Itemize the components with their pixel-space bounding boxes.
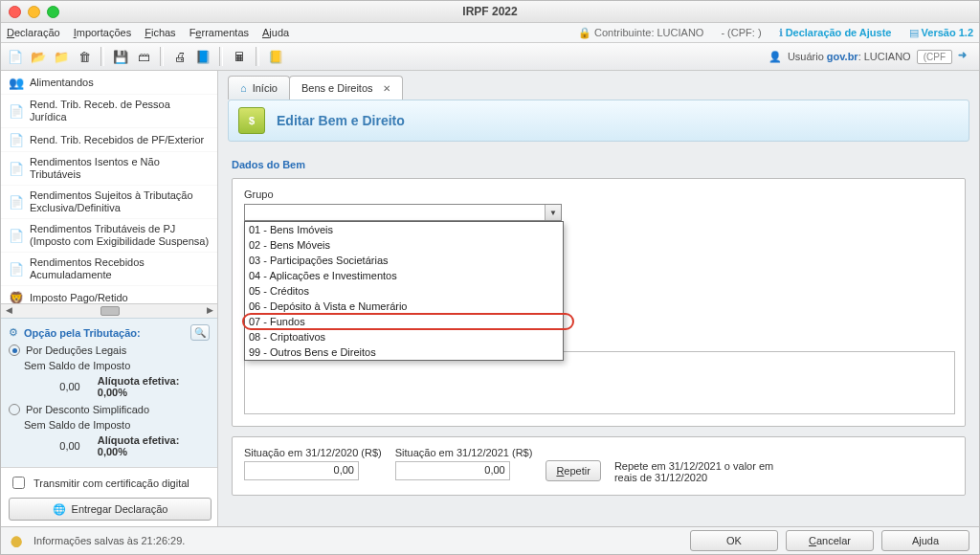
tab-bens[interactable]: Bens e Direitos✕	[289, 76, 403, 100]
opt-deducoes-label: Por Deduções Legais	[26, 344, 126, 356]
grupo-option-8[interactable]: 99 - Outros Bens e Direitos	[245, 344, 563, 360]
sidebar-item-icon: 📄	[9, 132, 24, 147]
sidebar-item-label: Rendimentos Isentos e Não Tributáveis	[30, 156, 210, 181]
scroll-left-icon[interactable]: ◀	[3, 305, 14, 317]
sidebar-item-label: Rend. Trib. Receb. de Pessoa Jurídica	[30, 99, 210, 123]
next-arrow-icon[interactable]: ➜	[958, 49, 973, 64]
transmit-checkbox[interactable]: Transmitir com certificação digital	[9, 474, 210, 492]
aliquota-1: Alíquota efetiva: 0,00%	[98, 375, 210, 398]
trash-icon[interactable]: 🗑	[76, 48, 93, 65]
grupo-option-7[interactable]: 08 - Criptoativos	[245, 329, 563, 344]
menu-importacoes[interactable]: Importações	[74, 27, 132, 38]
zoom-icon[interactable]: 🔍	[190, 324, 210, 341]
calculator-icon[interactable]: 🖩	[231, 48, 248, 65]
sidebar-item-label: Rendimentos Tributáveis de PJ (Imposto c…	[30, 223, 210, 248]
opt-simplificado-label: Por Desconto Simplificado	[26, 404, 149, 415]
gear-icon: ⚙	[9, 326, 18, 339]
tab-bens-label: Bens e Direitos	[301, 82, 373, 94]
footer: ⬤ Informações salvas às 21:26:29. OK Can…	[1, 526, 979, 554]
print-icon[interactable]: 🖨	[171, 48, 189, 65]
situacao-box: Situação em 31/12/2020 (R$) 0,00 Situaçã…	[232, 436, 966, 496]
status-info: Informações salvas às 21:26:29.	[33, 535, 185, 546]
deliver-button-label: Entregar Declaração	[72, 503, 168, 515]
send-icon[interactable]: 📘	[194, 48, 212, 65]
chevron-down-icon[interactable]: ▼	[545, 205, 561, 220]
transmit-checkbox-label: Transmitir com certificação digital	[33, 477, 189, 489]
sidebar-item-3[interactable]: 📄Rendimentos Isentos e Não Tributáveis	[1, 152, 217, 186]
declaracao-type: ℹ Declaração de Ajuste	[779, 27, 892, 39]
menu-ajuda[interactable]: Ajuda	[262, 27, 289, 38]
user-icon: 👤	[768, 51, 782, 63]
valor-1: 0,00	[24, 381, 80, 392]
cpf-box: (CPF	[917, 50, 952, 64]
sidebar-item-5[interactable]: 📄Rendimentos Tributáveis de PJ (Imposto …	[1, 219, 217, 253]
open-folder-alt-icon[interactable]: 📁	[53, 48, 70, 65]
grupo-option-6[interactable]: 07 - Fundos	[245, 314, 563, 329]
grupo-combobox[interactable]: ▼ 01 - Bens Imóveis02 - Bens Móveis03 - …	[244, 204, 562, 221]
grupo-dropdown: 01 - Bens Imóveis02 - Bens Móveis03 - Pa…	[244, 221, 564, 361]
form-box: Grupo ▼ 01 - Bens Imóveis02 - Bens Móvei…	[232, 178, 966, 427]
sidebar-item-icon: 📄	[9, 261, 24, 277]
grupo-label: Grupo	[244, 189, 953, 200]
repetir-button[interactable]: Repetir	[546, 460, 600, 481]
sidebar-item-label: Rendimentos Recebidos Acumuladamente	[30, 256, 210, 281]
grupo-option-3[interactable]: 04 - Aplicações e Investimentos	[245, 268, 563, 283]
validate-icon[interactable]: 📒	[267, 48, 284, 65]
radio-simplificado[interactable]	[9, 404, 20, 415]
grupo-option-1[interactable]: 02 - Bens Móveis	[245, 237, 563, 253]
sidebar-item-7[interactable]: 🦁Imposto Pago/Retido	[1, 286, 217, 303]
deliver-button[interactable]: 🌐Entregar Declaração	[9, 498, 212, 521]
new-icon[interactable]: 📄	[7, 48, 24, 65]
grupo-option-2[interactable]: 03 - Participações Societárias	[245, 253, 563, 268]
restore-icon[interactable]: 🗃	[135, 48, 152, 65]
content-banner: $ Editar Bem e Direito	[228, 100, 969, 142]
home-icon: ⌂	[240, 82, 247, 94]
scroll-thumb[interactable]	[100, 306, 120, 316]
aliquota-2: Alíquota efetiva: 0,00%	[98, 434, 210, 457]
titlebar: IRPF 2022	[1, 1, 979, 23]
deliver-icon: 🌐	[53, 503, 66, 516]
sem-saldo-2: Sem Saldo de Imposto	[24, 419, 130, 431]
sit2020-input[interactable]: 0,00	[244, 461, 359, 480]
menu-ferramentas[interactable]: Ferramentas	[189, 27, 249, 38]
ok-button[interactable]: OK	[690, 530, 778, 551]
sidebar-item-1[interactable]: 📄Rend. Trib. Receb. de Pessoa Jurídica	[1, 95, 217, 128]
grupo-input[interactable]	[244, 204, 562, 221]
tab-inicio[interactable]: ⌂Início	[228, 76, 290, 100]
sidebar-item-4[interactable]: 📄Rendimentos Sujeitos à Tributação Exclu…	[1, 186, 217, 219]
usuario-label: Usuário gov.br: LUCIANO	[788, 51, 911, 62]
section-title: Dados do Bem	[232, 159, 966, 170]
sidebar-item-icon: 📄	[9, 194, 24, 210]
flag-icon: ▤	[909, 27, 919, 38]
sidebar-item-icon: 📄	[9, 103, 24, 119]
sidebar-item-icon: 📄	[9, 228, 24, 243]
grupo-option-0[interactable]: 01 - Bens Imóveis	[245, 222, 563, 237]
grupo-option-4[interactable]: 05 - Créditos	[245, 283, 563, 299]
sit2020-label: Situação em 31/12/2020 (R$)	[244, 447, 382, 458]
cancel-button[interactable]: Cancelar	[786, 530, 874, 551]
sidebar-item-label: Rendimentos Sujeitos à Tributação Exclus…	[30, 189, 210, 214]
help-button[interactable]: Ajuda	[881, 530, 969, 551]
sidebar-item-6[interactable]: 📄Rendimentos Recebidos Acumuladamente	[1, 253, 217, 286]
transmit-checkbox-input[interactable]	[12, 477, 25, 489]
open-folder-icon[interactable]: 📂	[30, 48, 47, 65]
info-icon: ℹ	[779, 27, 783, 38]
grupo-option-5[interactable]: 06 - Depósito à Vista e Numerário	[245, 299, 563, 314]
sidebar-item-2[interactable]: 📄Rend. Trib. Recebidos de PF/Exterior	[1, 128, 217, 152]
sidebar-item-label: Imposto Pago/Retido	[30, 292, 128, 304]
toolbar: 📄 📂 📁 🗑 💾 🗃 🖨 📘 🖩 📒 👤 Usuário gov.br: LU…	[1, 43, 979, 71]
banner-icon: $	[238, 107, 265, 134]
radio-deducoes[interactable]	[9, 344, 20, 356]
window-title: IRPF 2022	[1, 5, 979, 18]
menu-fichas[interactable]: Fichas	[145, 27, 175, 38]
sidebar-item-0[interactable]: 👥Alimentandos	[1, 71, 217, 95]
sit2021-input[interactable]: 0,00	[395, 461, 510, 480]
save-icon[interactable]: 💾	[112, 48, 129, 65]
versao-label: ▤ Versão 1.2	[909, 27, 974, 39]
sidebar-item-icon: 🦁	[9, 290, 24, 303]
tabs: ⌂Início Bens e Direitos✕	[218, 71, 979, 100]
sidebar-scrollbar[interactable]: ◀ ▶	[1, 303, 217, 318]
menu-declaracao[interactable]: Declaração	[7, 27, 60, 38]
close-tab-icon[interactable]: ✕	[383, 83, 390, 94]
scroll-right-icon[interactable]: ▶	[204, 305, 215, 317]
